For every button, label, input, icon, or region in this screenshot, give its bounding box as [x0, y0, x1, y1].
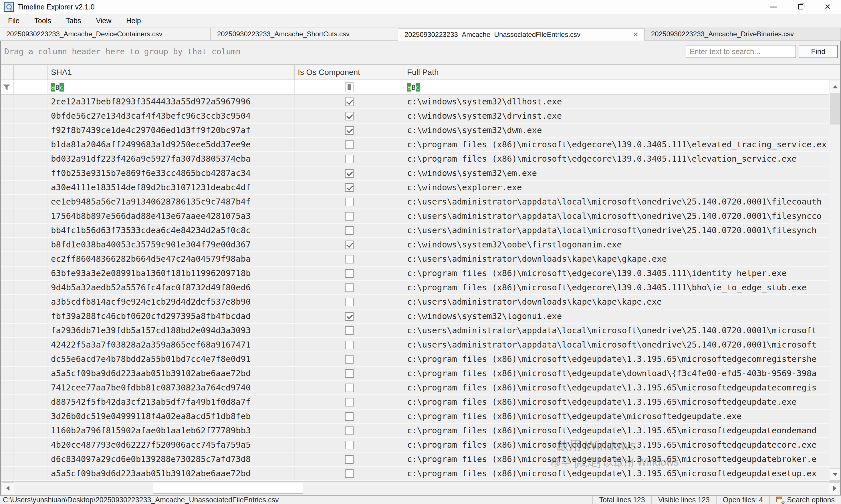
table-row[interactable]: d887542f5fb42da3cf213ab5df7fa49b1f0d8a7f… — [0, 395, 841, 410]
scroll-left-button[interactable] — [2, 482, 14, 494]
menu-view[interactable]: View — [89, 14, 118, 28]
table-row[interactable]: d6c834097a29cd6e0b139288e730285c7afd73d8… — [0, 452, 841, 467]
table-row[interactable]: ee1eb9485a56e71a91340628786135c9c7487b4f… — [0, 195, 841, 210]
table-row[interactable]: 17564b8b897e566dad88e413e67aaee4281075a3… — [0, 210, 841, 224]
checkbox-unchecked[interactable] — [345, 455, 354, 464]
horizontal-scrollbar[interactable] — [0, 481, 841, 495]
table-row[interactable]: dc55e6acd7e4b78bdd2a55b01bd7cc4e7f8e0d91… — [0, 353, 841, 367]
group-by-hint: Drag a column header here to group by th… — [4, 47, 240, 56]
table-row[interactable]: b8fd1e038ba40053c35759c901e304f79e00d367… — [0, 238, 841, 252]
table-row[interactable]: 3d26b0dc519e04999118f4a02ea8acd5f1db8feb… — [0, 410, 841, 424]
checkbox-unchecked[interactable] — [345, 269, 354, 278]
menu-tabs[interactable]: Tabs — [59, 14, 88, 28]
table-row[interactable]: 4b20ce487793e0d62227f520906acc745fa759a5… — [0, 438, 841, 452]
checkbox-unchecked[interactable] — [345, 141, 354, 149]
table-row[interactable]: bd032a91df223f426a9e5927fa307d3805374eba… — [0, 152, 841, 166]
checkbox-checked[interactable] — [345, 126, 354, 135]
vertical-scrollbar[interactable] — [829, 80, 841, 481]
table-row[interactable]: 42422f5a3a7f03828a2a359a865eef68a9167471… — [0, 338, 841, 353]
row-indicator-cell — [0, 410, 14, 423]
scroll-up-button[interactable] — [830, 81, 840, 93]
table-row[interactable]: 1160b2a796f815902afae0b1aa1eb62f77789bb3… — [0, 424, 841, 438]
menu-file[interactable]: File — [1, 14, 26, 28]
table-row[interactable]: 2ce12a317bebf8293f3544433a55d972a5967996… — [0, 95, 841, 109]
checkbox-checked[interactable] — [345, 240, 354, 249]
checkbox-unchecked[interactable] — [345, 155, 354, 163]
group-by-panel[interactable]: Drag a column header here to group by th… — [0, 41, 841, 65]
checkbox-unchecked[interactable] — [345, 298, 354, 306]
header-is-os-component[interactable]: Is Os Component — [295, 65, 404, 79]
header-full-path[interactable]: Full Path — [404, 65, 829, 79]
filter-row-indicator — [0, 80, 14, 94]
table-row[interactable]: 9d4b5a32aedb52a5576fc4fac0f8732d49f80ed6… — [0, 281, 841, 295]
os-component-cell — [295, 381, 404, 394]
checkbox-checked[interactable] — [345, 112, 354, 121]
table-row[interactable]: 63bfe93a3e2e08991ba1360f181b11996209718b… — [0, 267, 841, 281]
checkbox-unchecked[interactable] — [345, 369, 354, 378]
sha1-cell: a5a5cf09ba9d6d223aab051b39102abe6aae72bd — [48, 467, 295, 480]
full-path-cell: c:\windows\system32\oobe\firstlogonanim.… — [404, 238, 829, 251]
checkbox-unchecked[interactable] — [345, 255, 354, 264]
checkbox-checked[interactable] — [345, 169, 354, 178]
checkbox-unchecked[interactable] — [345, 198, 354, 206]
tab-unassociated-file-entries[interactable]: 20250930223233_Amcache_UnassociatedFileE… — [398, 28, 644, 41]
close-button[interactable]: ✕ — [814, 0, 841, 14]
app-icon — [4, 2, 14, 12]
table-row[interactable]: bb4fc1b56d63f73533cdea6c4e84234d2a5f0c8c… — [0, 224, 841, 238]
search-input[interactable] — [686, 45, 796, 58]
status-search-options[interactable]: ⚙ Search options — [769, 496, 841, 504]
checkbox-unchecked[interactable] — [345, 469, 354, 478]
checkbox-unchecked[interactable] — [345, 383, 354, 392]
tab-shortcuts[interactable]: 20250930223233_Amcache_ShortCuts.csv — [211, 28, 398, 41]
checkbox-checked[interactable] — [345, 312, 354, 321]
checkbox-unchecked[interactable] — [345, 226, 354, 235]
sha1-cell: b1da81a2046aff2499683a1d9250ece5dd37ee9e — [48, 138, 295, 151]
full-path-cell: c:\users\administrator\downloads\kape\ka… — [404, 295, 829, 309]
filter-full-path[interactable]: aBc — [404, 80, 829, 94]
filter-sha1[interactable]: aBc — [48, 80, 295, 94]
sha1-cell: ee1eb9485a56e71a91340628786135c9c7487b4f — [48, 195, 295, 209]
tab-close-icon[interactable]: ✕ — [633, 29, 639, 41]
vertical-scroll-thumb[interactable] — [830, 93, 840, 124]
table-row[interactable]: a3b5cdfb814acf9e924e1cb29d4d2def537e8b90… — [0, 295, 841, 309]
checkbox-unchecked[interactable] — [345, 441, 354, 449]
tab-drive-binaries[interactable]: 20250930223233_Amcache_DriveBinaries.csv — [644, 28, 841, 41]
minimize-button[interactable] — [761, 0, 787, 14]
os-component-cell — [295, 267, 404, 280]
table-row[interactable]: 0bfde56c27e134d3caf4f43befc96c3ccb3c9504… — [0, 109, 841, 124]
checkbox-unchecked[interactable] — [345, 398, 354, 407]
checkbox-unchecked[interactable] — [345, 427, 354, 435]
checkbox-checked[interactable] — [345, 183, 354, 192]
row-select-cell — [14, 295, 48, 309]
os-component-cell — [295, 95, 404, 108]
table-row[interactable]: a5a5cf09ba9d6d223aab051b39102abe6aae72bd… — [0, 467, 841, 481]
checkbox-unchecked[interactable] — [345, 341, 354, 349]
table-row[interactable]: 7412cee77aa7be0fdbb81c08730823a764cd9740… — [0, 381, 841, 395]
checkbox-unchecked[interactable] — [345, 355, 354, 363]
full-path-cell: c:\program files (x86)\microsoft\edgecor… — [404, 281, 829, 294]
checkbox-unchecked[interactable] — [345, 326, 354, 335]
table-row[interactable]: a5a5cf09ba9d6d223aab051b39102abe6aae72bd… — [0, 367, 841, 381]
table-row[interactable]: b1da81a2046aff2499683a1d9250ece5dd37ee9e… — [0, 138, 841, 152]
header-sha1[interactable]: SHA1 — [48, 65, 295, 79]
scroll-down-button[interactable] — [830, 468, 840, 481]
table-row[interactable]: a30e4111e183514def89d2bc31071231deabc4df… — [0, 181, 841, 195]
menu-help[interactable]: Help — [119, 14, 148, 28]
status-visible-lines: Visible lines 123 — [651, 496, 716, 504]
menu-tools[interactable]: Tools — [28, 14, 58, 28]
scroll-right-button[interactable] — [829, 482, 841, 494]
table-row[interactable]: f92f8b7439ce1de4c297046ed1d3ff9f20bc97af… — [0, 124, 841, 138]
checkbox-unchecked[interactable] — [345, 212, 354, 220]
find-button[interactable]: Find — [799, 45, 838, 58]
horizontal-scroll-thumb[interactable] — [153, 483, 303, 494]
table-row[interactable]: ff0b253e9315b7e869f6e33cc4865bcb4287ac34… — [0, 166, 841, 181]
checkbox-unchecked[interactable] — [345, 284, 354, 292]
table-row[interactable]: fbf39a288fc46cbf0620cfd297395a8fb4fbcdad… — [0, 309, 841, 324]
table-row[interactable]: fa2936db71e39fdb5a157cd188bd2e094d3a3093… — [0, 324, 841, 338]
checkbox-unchecked[interactable] — [345, 412, 354, 421]
checkbox-checked[interactable] — [345, 97, 354, 106]
filter-is-os-component[interactable] — [295, 80, 404, 94]
restore-button[interactable] — [787, 0, 814, 14]
tab-device-containers[interactable]: 20250930223233_Amcache_DeviceContainers.… — [0, 28, 211, 41]
table-row[interactable]: ec2ff86048366282b664d5e47c24a04579f98aba… — [0, 252, 841, 267]
